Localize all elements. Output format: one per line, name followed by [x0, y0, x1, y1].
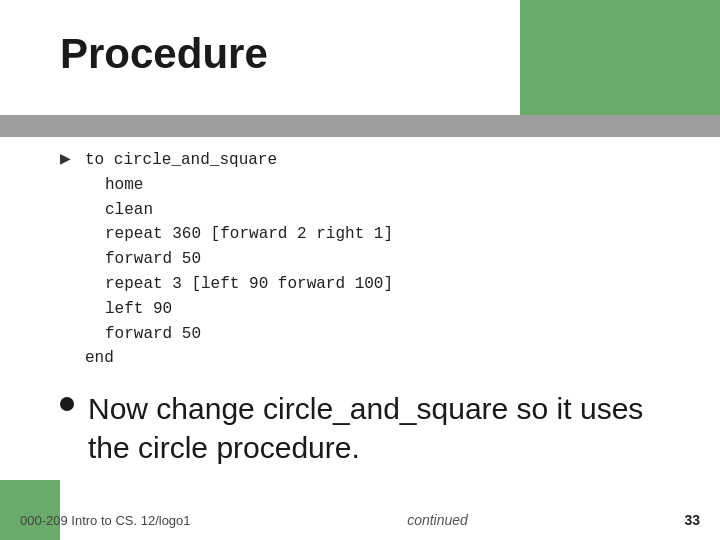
- code-line: clean: [85, 198, 393, 223]
- bullet-dot-icon: [60, 397, 74, 411]
- code-line: forward 50: [85, 322, 393, 347]
- title-area: Procedure: [60, 30, 720, 78]
- slide-title: Procedure: [60, 30, 268, 77]
- footer-page-number: 33: [684, 512, 700, 528]
- deco-bottom-left: [0, 480, 60, 540]
- footer: 000-209 Intro to CS. 12/logo1 continued …: [20, 512, 700, 528]
- slide-container: Procedure ▶ to circle_and_squarehomeclea…: [0, 0, 720, 540]
- title-bar: [0, 115, 720, 137]
- code-line: end: [85, 346, 393, 371]
- code-line: home: [85, 173, 393, 198]
- code-line: forward 50: [85, 247, 393, 272]
- bullet-arrow-icon: ▶: [60, 150, 71, 166]
- code-block: to circle_and_squarehomecleanrepeat 360 …: [85, 148, 393, 371]
- bullet-n-section: Now change circle_and_square so it uses …: [60, 389, 660, 467]
- bullet-code-section: ▶ to circle_and_squarehomecleanrepeat 36…: [60, 148, 660, 371]
- footer-continued-label: continued: [407, 512, 468, 528]
- content-area: ▶ to circle_and_squarehomecleanrepeat 36…: [60, 148, 660, 480]
- code-line: repeat 3 [left 90 forward 100]: [85, 272, 393, 297]
- bullet-n-text: Now change circle_and_square so it uses …: [88, 389, 660, 467]
- code-line: repeat 360 [forward 2 right 1]: [85, 222, 393, 247]
- code-line: left 90: [85, 297, 393, 322]
- footer-course-label: 000-209 Intro to CS. 12/logo1: [20, 513, 191, 528]
- code-line: to circle_and_square: [85, 148, 393, 173]
